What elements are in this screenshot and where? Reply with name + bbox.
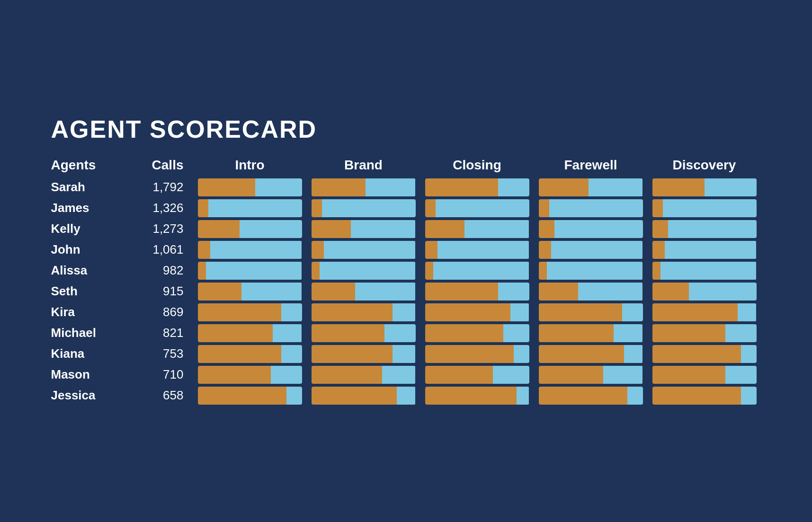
bar-cell-discovery xyxy=(648,241,761,259)
bar-brand xyxy=(312,283,416,301)
bar-closing xyxy=(425,178,529,196)
bar-orange-discovery xyxy=(652,262,661,280)
bar-cell-intro xyxy=(193,220,307,238)
table-row: Seth 915 xyxy=(51,283,761,301)
bar-orange-brand xyxy=(312,262,320,280)
agent-calls: 869 xyxy=(136,305,193,319)
bar-brand xyxy=(312,220,416,238)
bar-discovery xyxy=(652,324,757,342)
bar-orange-discovery xyxy=(652,178,705,196)
bar-closing xyxy=(425,241,529,259)
agent-name: Kelly xyxy=(51,221,136,236)
bar-orange-brand xyxy=(312,241,324,259)
bar-cell-intro xyxy=(193,283,307,301)
col-farewell: Farewell xyxy=(534,158,648,173)
bar-blue-farewell xyxy=(624,345,643,363)
bar-cell-closing xyxy=(420,303,534,321)
bar-orange-closing xyxy=(425,220,465,238)
bar-brand xyxy=(312,345,416,363)
bar-closing xyxy=(425,199,529,217)
bar-cell-discovery xyxy=(648,178,761,196)
bar-cell-intro xyxy=(193,324,307,342)
col-intro: Intro xyxy=(193,158,307,173)
bar-orange-closing xyxy=(425,199,436,217)
bar-blue-brand xyxy=(355,283,416,301)
bar-blue-discovery xyxy=(725,324,757,342)
bar-discovery xyxy=(652,178,757,196)
bar-orange-brand xyxy=(312,366,383,384)
bar-cell-intro xyxy=(193,262,307,280)
scorecard: AGENT SCORECARD Agents Calls Intro Brand… xyxy=(23,96,790,426)
bar-cell-closing xyxy=(420,345,534,363)
bar-blue-intro xyxy=(240,220,302,238)
bar-cell-farewell xyxy=(534,324,648,342)
bar-cell-farewell xyxy=(534,199,648,217)
bar-cell-discovery xyxy=(648,345,761,363)
bar-closing xyxy=(425,324,529,342)
agent-calls: 710 xyxy=(136,367,193,382)
bar-closing xyxy=(425,387,529,405)
bar-cell-intro xyxy=(193,303,307,321)
bar-orange-intro xyxy=(198,262,206,280)
bar-blue-discovery xyxy=(738,303,757,321)
bar-cell-closing xyxy=(420,220,534,238)
bar-closing xyxy=(425,303,529,321)
bar-orange-intro xyxy=(198,387,286,405)
bar-blue-brand xyxy=(320,262,415,280)
bar-orange-intro xyxy=(198,220,240,238)
bar-brand xyxy=(312,262,416,280)
bar-cell-discovery xyxy=(648,199,761,217)
bar-cell-closing xyxy=(420,387,534,405)
bar-cell-brand xyxy=(307,387,420,405)
bar-blue-intro xyxy=(206,262,302,280)
bar-orange-intro xyxy=(198,324,273,342)
bar-orange-farewell xyxy=(539,324,614,342)
bar-discovery xyxy=(652,262,757,280)
bar-blue-discovery xyxy=(741,387,757,405)
bar-blue-brand xyxy=(322,199,416,217)
table-row: Mason 710 xyxy=(51,366,761,384)
bar-cell-brand xyxy=(307,324,420,342)
bar-intro xyxy=(198,303,302,321)
bar-cell-discovery xyxy=(648,324,761,342)
scorecard-title: AGENT SCORECARD xyxy=(51,115,761,143)
bar-orange-brand xyxy=(312,324,384,342)
bar-farewell xyxy=(539,324,643,342)
bar-cell-discovery xyxy=(648,387,761,405)
bar-discovery xyxy=(652,220,757,238)
agent-name: Alissa xyxy=(51,263,136,278)
bar-cell-farewell xyxy=(534,366,648,384)
bar-discovery xyxy=(652,283,757,301)
bar-orange-brand xyxy=(312,303,393,321)
table-row: Alissa 982 xyxy=(51,262,761,280)
bar-orange-closing xyxy=(425,324,503,342)
bar-blue-farewell xyxy=(551,241,643,259)
bar-cell-discovery xyxy=(648,366,761,384)
bar-orange-brand xyxy=(312,199,322,217)
agent-calls: 915 xyxy=(136,284,193,299)
bar-blue-farewell xyxy=(603,366,643,384)
bar-discovery xyxy=(652,199,757,217)
bar-brand xyxy=(312,366,416,384)
bar-orange-discovery xyxy=(652,303,738,321)
bar-closing xyxy=(425,345,529,363)
bar-blue-closing xyxy=(514,345,529,363)
bar-orange-intro xyxy=(198,241,210,259)
agent-calls: 1,792 xyxy=(136,180,193,195)
bar-blue-discovery xyxy=(665,241,757,259)
bar-orange-brand xyxy=(312,387,397,405)
bar-brand xyxy=(312,199,416,217)
bar-farewell xyxy=(539,387,643,405)
bar-discovery xyxy=(652,345,757,363)
bar-orange-discovery xyxy=(652,387,741,405)
bar-orange-closing xyxy=(425,262,434,280)
bar-cell-farewell xyxy=(534,262,648,280)
bar-orange-closing xyxy=(425,387,517,405)
bar-farewell xyxy=(539,178,643,196)
col-discovery: Discovery xyxy=(648,158,761,173)
bar-orange-intro xyxy=(198,178,255,196)
bar-cell-intro xyxy=(193,366,307,384)
bar-cell-brand xyxy=(307,345,420,363)
bar-orange-discovery xyxy=(652,345,741,363)
bar-intro xyxy=(198,241,302,259)
